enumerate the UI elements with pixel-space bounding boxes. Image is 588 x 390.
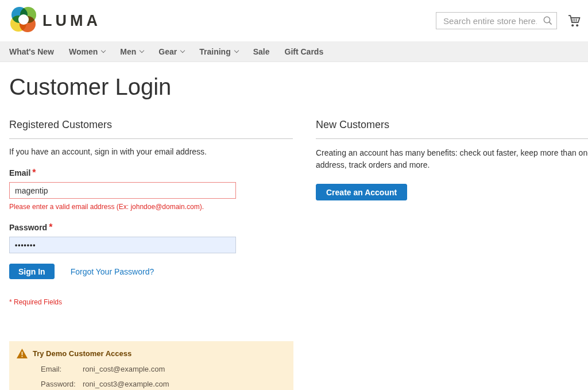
chevron-down-icon <box>101 48 106 52</box>
nav-item-gear[interactable]: Gear <box>158 47 184 56</box>
search-box <box>436 12 557 29</box>
chevron-down-icon <box>234 48 238 52</box>
password-field[interactable] <box>9 237 236 253</box>
account-benefits-text: Creating an account has many benefits: c… <box>316 147 588 171</box>
nav-item-label: Women <box>69 47 98 56</box>
luma-flower-icon <box>9 5 38 36</box>
demo-password-label: Password: <box>41 380 83 388</box>
nav-item-label: Gift Cards <box>285 47 324 56</box>
registered-customers-heading: Registered Customers <box>9 119 293 139</box>
required-asterisk: * <box>32 168 36 177</box>
nav-item-label: Sale <box>253 47 270 56</box>
cart-button[interactable] <box>567 14 581 28</box>
demo-notice-header: Try Demo Customer Access <box>17 349 284 358</box>
main-navigation: What's New Women Men Gear Training Sale … <box>0 41 588 62</box>
create-account-button[interactable]: Create an Account <box>316 184 407 200</box>
nav-item-gift-cards[interactable]: Gift Cards <box>285 47 324 56</box>
new-customers-heading: New Customers <box>316 119 588 139</box>
search-input[interactable] <box>436 12 557 29</box>
nav-item-label: What's New <box>9 47 54 56</box>
password-label: Password <box>9 223 47 232</box>
demo-password-value: roni_cost3@example.com <box>83 380 169 388</box>
main-content: Customer Login Registered Customers If y… <box>0 62 588 390</box>
demo-password-row: Password: roni_cost3@example.com <box>41 380 284 388</box>
login-actions: Sign In Forgot Your Password? <box>9 264 293 279</box>
forgot-password-link[interactable]: Forgot Your Password? <box>71 267 154 276</box>
password-field-group: Password* <box>9 222 293 253</box>
nav-item-training[interactable]: Training <box>199 47 238 56</box>
required-fields-note: * Required Fields <box>9 298 293 306</box>
nav-item-label: Gear <box>158 47 177 56</box>
registered-customers-block: Registered Customers If you have an acco… <box>9 119 293 390</box>
email-error-message: Please enter a valid email address (Ex: … <box>9 203 293 211</box>
nav-item-whats-new[interactable]: What's New <box>9 47 54 56</box>
nav-item-women[interactable]: Women <box>69 47 105 56</box>
demo-notice-title: Try Demo Customer Access <box>33 349 131 358</box>
nav-item-men[interactable]: Men <box>120 47 144 56</box>
required-asterisk: * <box>49 222 52 232</box>
email-field[interactable] <box>9 182 236 199</box>
sign-in-button[interactable]: Sign In <box>9 264 55 279</box>
chevron-down-icon <box>180 48 185 52</box>
header-actions <box>436 12 581 29</box>
sign-in-note: If you have an account, sign in with you… <box>9 147 293 156</box>
page-title: Customer Login <box>9 74 588 100</box>
nav-item-label: Training <box>199 47 230 56</box>
luma-logo[interactable]: LUMA <box>9 5 101 36</box>
header: LUMA <box>0 0 588 41</box>
demo-email-label: Email: <box>41 365 83 373</box>
nav-item-label: Men <box>120 47 136 56</box>
warning-triangle-icon <box>17 349 28 358</box>
new-customers-block: New Customers Creating an account has ma… <box>316 119 588 390</box>
demo-email-value: roni_cost@example.com <box>83 365 165 373</box>
demo-access-notice: Try Demo Customer Access Email: roni_cos… <box>9 341 293 390</box>
email-field-group: Email* Please enter a valid email addres… <box>9 168 293 211</box>
logo-text: LUMA <box>42 12 101 30</box>
demo-email-row: Email: roni_cost@example.com <box>41 365 284 373</box>
cart-icon <box>567 21 581 29</box>
nav-item-sale[interactable]: Sale <box>253 47 270 56</box>
chevron-down-icon <box>140 48 144 52</box>
email-label: Email <box>9 168 30 177</box>
create-account-actions: Create an Account <box>316 184 588 200</box>
